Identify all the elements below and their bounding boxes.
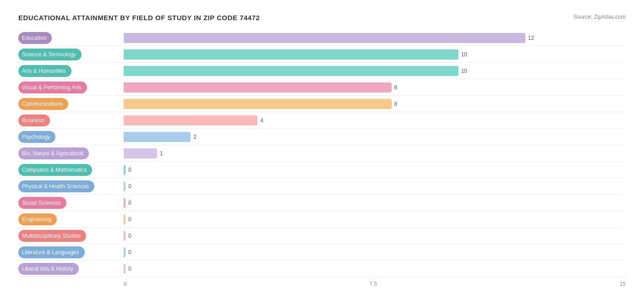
bar-label-pill: Physical & Health Sciences xyxy=(18,180,94,192)
bar-value: 0 xyxy=(128,249,131,256)
bar-label-wrap: Bio, Nature & Agricultural xyxy=(18,147,124,160)
bar-value: 0 xyxy=(128,266,131,272)
bar-label-wrap: Education xyxy=(18,31,124,44)
bar-label-wrap: Multidisciplinary Studies xyxy=(18,229,124,242)
bar-label-pill: Literature & Languages xyxy=(18,246,85,258)
bar-chart-area: 8 xyxy=(124,81,626,94)
bar-value: 0 xyxy=(128,216,131,223)
bar-value: 0 xyxy=(128,183,131,190)
bar-row: Bio, Nature & Agricultural1 xyxy=(18,145,626,162)
bar-label-pill: Social Sciences xyxy=(18,197,66,209)
bar-label-wrap: Social Sciences xyxy=(18,196,124,209)
bar-fill xyxy=(124,115,257,125)
chart-area: Education12Science & Technology10Arts & … xyxy=(18,30,626,277)
bar-label-wrap: Liberal Arts & History xyxy=(18,262,124,275)
bar-fill xyxy=(124,148,157,158)
bar-chart-area: 0 xyxy=(124,262,626,275)
bar-chart-area: 12 xyxy=(124,31,626,44)
bar-fill xyxy=(124,49,458,60)
bar-fill xyxy=(124,165,126,175)
x-tick: 7.5 xyxy=(369,281,377,287)
bar-value: 2 xyxy=(193,134,196,140)
bar-label-pill: Bio, Nature & Agricultural xyxy=(18,147,89,159)
chart-source: Source: ZipAtlas.com xyxy=(573,14,626,20)
bar-label-pill: Education xyxy=(18,32,52,44)
bar-value: 12 xyxy=(528,35,534,41)
bar-fill xyxy=(124,99,392,109)
bar-row: Business4 xyxy=(18,112,626,129)
bar-label-pill: Liberal Arts & History xyxy=(18,263,79,275)
bar-label-pill: Science & Technology xyxy=(18,49,82,60)
bar-chart-area: 2 xyxy=(124,130,626,143)
bar-value: 10 xyxy=(461,68,467,74)
bar-label-wrap: Arts & Humanities xyxy=(18,64,124,77)
bar-fill xyxy=(124,214,126,224)
bar-row: Communications8 xyxy=(18,96,626,112)
bar-label-pill: Psychology xyxy=(18,131,55,143)
bar-row: Arts & Humanities10 xyxy=(18,63,626,79)
bar-label-wrap: Science & Technology xyxy=(18,48,124,61)
bar-label-pill: Communications xyxy=(18,98,68,110)
bar-chart-area: 1 xyxy=(124,147,626,160)
bar-fill xyxy=(124,198,126,208)
bar-label-wrap: Computers & Mathematics xyxy=(18,163,124,176)
x-tick: 15 xyxy=(620,281,626,287)
bar-chart-area: 0 xyxy=(124,163,626,176)
bar-label-wrap: Engineering xyxy=(18,213,124,226)
bar-row: Education12 xyxy=(18,30,626,46)
bar-fill xyxy=(124,231,126,241)
bar-fill xyxy=(124,132,191,142)
bar-value: 10 xyxy=(461,51,467,58)
bar-fill xyxy=(124,247,126,257)
bar-fill xyxy=(124,82,392,93)
chart-container: EDUCATIONAL ATTAINMENT BY FIELD OF STUDY… xyxy=(9,9,635,289)
bar-value: 8 xyxy=(394,84,398,91)
bar-label-wrap: Communications xyxy=(18,97,124,110)
bar-value: 0 xyxy=(128,200,131,206)
bar-chart-area: 0 xyxy=(124,245,626,259)
chart-header: EDUCATIONAL ATTAINMENT BY FIELD OF STUDY… xyxy=(18,14,626,22)
bar-chart-area: 8 xyxy=(124,97,626,110)
bar-value: 0 xyxy=(128,167,131,173)
bar-value: 0 xyxy=(128,233,131,239)
bar-row: Science & Technology10 xyxy=(18,46,626,63)
bar-label-wrap: Visual & Performing Arts xyxy=(18,81,124,94)
bar-fill xyxy=(124,33,525,43)
bar-label-pill: Business xyxy=(18,115,50,126)
bar-fill xyxy=(124,181,126,191)
bar-label-pill: Engineering xyxy=(18,213,57,225)
bar-label-wrap: Physical & Health Sciences xyxy=(18,180,124,193)
bar-row: Engineering0 xyxy=(18,211,626,228)
bar-label-pill: Multidisciplinary Studies xyxy=(18,230,86,242)
bar-chart-area: 10 xyxy=(124,48,626,61)
bar-chart-area: 0 xyxy=(124,229,626,242)
bar-row: Literature & Languages0 xyxy=(18,244,626,261)
bar-chart-area: 0 xyxy=(124,196,626,209)
bar-chart-area: 0 xyxy=(124,213,626,226)
bar-label-pill: Visual & Performing Arts xyxy=(18,82,87,93)
bar-fill xyxy=(124,66,458,76)
bar-fill xyxy=(124,264,126,274)
bar-row: Visual & Performing Arts8 xyxy=(18,79,626,96)
bar-label-pill: Arts & Humanities xyxy=(18,65,71,77)
x-tick: 0 xyxy=(124,281,127,287)
bar-chart-area: 10 xyxy=(124,64,626,77)
bar-chart-area: 0 xyxy=(124,180,626,193)
bar-row: Physical & Health Sciences0 xyxy=(18,178,626,195)
bar-value: 8 xyxy=(394,101,398,107)
bar-value: 1 xyxy=(160,150,163,157)
bar-row: Computers & Mathematics0 xyxy=(18,162,626,178)
bar-label-wrap: Business xyxy=(18,114,124,127)
bar-label-wrap: Literature & Languages xyxy=(18,245,124,259)
bar-chart-area: 4 xyxy=(124,114,626,127)
bar-row: Liberal Arts & History0 xyxy=(18,261,626,277)
bar-row: Multidisciplinary Studies0 xyxy=(18,228,626,244)
bar-row: Psychology2 xyxy=(18,129,626,145)
bar-row: Social Sciences0 xyxy=(18,195,626,211)
bar-label-wrap: Psychology xyxy=(18,130,124,143)
bar-label-pill: Computers & Mathematics xyxy=(18,164,92,176)
x-axis: 07.515 xyxy=(124,281,626,287)
chart-title: EDUCATIONAL ATTAINMENT BY FIELD OF STUDY… xyxy=(18,14,260,22)
bar-value: 4 xyxy=(260,117,263,124)
